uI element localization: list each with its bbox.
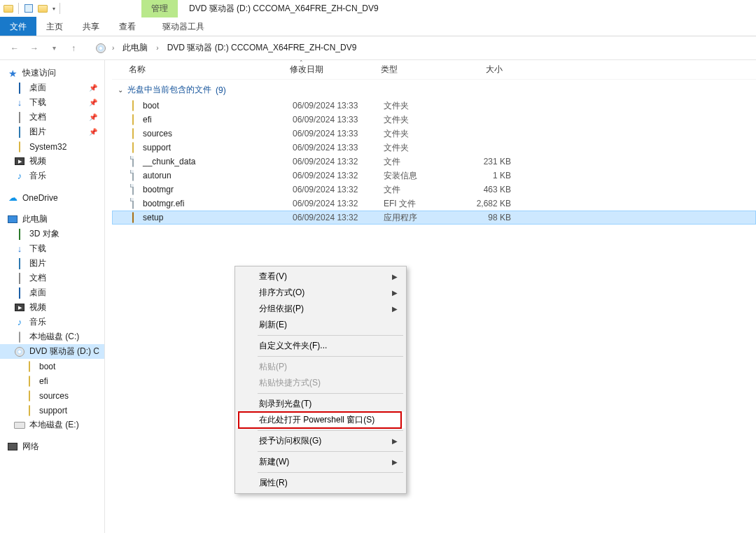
- group-header[interactable]: ⌄ 光盘中当前包含的文件 (9): [112, 80, 756, 99]
- tree-dvd-child[interactable]: boot: [0, 359, 104, 374]
- tree-label: sources: [39, 391, 69, 401]
- tree-dvd-child[interactable]: sources: [0, 388, 104, 403]
- tree-quick-item[interactable]: 文档📌: [0, 110, 104, 125]
- address-bar-icon[interactable]: [95, 43, 106, 54]
- file-row[interactable]: efi06/09/2024 13:33文件夹: [112, 113, 756, 127]
- nav-forward-button[interactable]: →: [27, 41, 42, 56]
- context-menu-label: 查看(V): [259, 271, 287, 283]
- tree-label: 桌面: [29, 287, 46, 299]
- breadcrumb-sep-icon[interactable]: ›: [111, 44, 115, 52]
- file-type: 文件: [378, 184, 455, 196]
- tree-label: boot: [39, 362, 55, 371]
- chevron-right-icon: ▶: [392, 289, 398, 297]
- tree-pc-item[interactable]: 文档: [0, 271, 104, 285]
- context-menu-item[interactable]: 授予访问权限(G)▶: [237, 433, 405, 449]
- file-date: 06/09/2024 13:33: [287, 129, 378, 138]
- context-menu-item[interactable]: 分组依据(P)▶: [237, 301, 405, 317]
- divider: [59, 3, 60, 14]
- group-title: 光盘中当前包含的文件: [127, 84, 211, 96]
- file-type: 安装信息: [378, 170, 455, 182]
- tab-view[interactable]: 查看: [109, 17, 146, 36]
- tree-quick-item[interactable]: ♪音乐: [0, 169, 104, 183]
- tree-onedrive[interactable]: ☁ OneDrive: [0, 190, 104, 205]
- tree-this-pc[interactable]: 此电脑: [0, 212, 104, 227]
- tree-quick-item[interactable]: ↓下载📌: [0, 95, 104, 110]
- file-size: 2,682 KB: [455, 199, 511, 208]
- qat-properties-icon[interactable]: [23, 3, 34, 14]
- tree-pc-item[interactable]: ↓下载: [0, 241, 104, 256]
- tree-pc-item[interactable]: 3D 对象: [0, 227, 104, 241]
- file-row[interactable]: autorun06/09/2024 13:32安装信息1 KB: [112, 169, 756, 183]
- file-list-pane[interactable]: ˄ 名称 修改日期 类型 大小 ⌄ 光盘中当前包含的文件 (9) boot06/…: [105, 60, 756, 533]
- tree-pc-item[interactable]: 本地磁盘 (C:): [0, 329, 104, 344]
- file-icon: [132, 157, 134, 166]
- context-menu-item[interactable]: 排序方式(O)▶: [237, 285, 405, 301]
- pin-icon: 📌: [89, 84, 102, 92]
- tree-quick-item[interactable]: System32: [0, 139, 104, 154]
- tree-quick-access[interactable]: ★ 快速访问: [0, 66, 104, 80]
- tab-share[interactable]: 共享: [73, 17, 109, 36]
- tree-label: 音乐: [29, 170, 46, 182]
- tree-pc-item[interactable]: ♪音乐: [0, 315, 104, 329]
- column-header-type[interactable]: 类型: [375, 61, 452, 78]
- file-row[interactable]: bootmgr.efi06/09/2024 13:32EFI 文件2,682 K…: [112, 197, 756, 211]
- context-menu-separator: [258, 335, 403, 336]
- tree-pc-item[interactable]: 图片: [0, 256, 104, 271]
- breadcrumb-sep-icon[interactable]: ›: [155, 44, 160, 52]
- nav-up-button[interactable]: ↑: [66, 41, 81, 56]
- context-menu-item[interactable]: 属性(R): [237, 475, 405, 491]
- tree-quick-item[interactable]: ▶视频: [0, 154, 104, 169]
- breadcrumb-location[interactable]: DVD 驱动器 (D:) CCCOMA_X64FRE_ZH-CN_DV9: [164, 41, 360, 55]
- file-row[interactable]: support06/09/2024 13:33文件夹: [112, 141, 756, 155]
- context-menu-item[interactable]: 刻录到光盘(T): [237, 396, 405, 412]
- context-menu-item[interactable]: 自定义文件夹(F)...: [237, 338, 405, 354]
- navigation-tree[interactable]: ★ 快速访问 桌面📌↓下载📌文档📌图片📌System32▶视频♪音乐 ☁ One…: [0, 60, 105, 533]
- context-menu-item[interactable]: 新建(W)▶: [237, 454, 405, 470]
- file-date: 06/09/2024 13:32: [287, 213, 378, 222]
- nav-back-button[interactable]: ←: [7, 41, 22, 56]
- column-header-size[interactable]: 大小: [452, 61, 508, 78]
- tree-drive-e[interactable]: 本地磁盘 (E:): [0, 418, 104, 432]
- tree-quick-item[interactable]: 桌面📌: [0, 80, 104, 95]
- file-row[interactable]: bootmgr06/09/2024 13:32文件463 KB: [112, 183, 756, 197]
- title-bar: ▾ 管理 DVD 驱动器 (D:) CCCOMA_X64FRE_ZH-CN_DV…: [0, 0, 756, 17]
- file-type: 文件夹: [378, 128, 455, 140]
- context-menu-item[interactable]: 刷新(E): [237, 317, 405, 333]
- breadcrumb-this-pc[interactable]: 此电脑: [120, 41, 150, 55]
- file-date: 06/09/2024 13:33: [287, 143, 378, 152]
- qat-dropdown-icon[interactable]: ▾: [52, 6, 55, 12]
- column-header-date[interactable]: 修改日期: [284, 61, 375, 78]
- tab-file[interactable]: 文件: [0, 17, 36, 36]
- context-menu-item[interactable]: 在此处打开 Powershell 窗口(S): [237, 412, 405, 428]
- tree-dvd-drive[interactable]: DVD 驱动器 (D:) C: [0, 344, 104, 359]
- file-row[interactable]: boot06/09/2024 13:33文件夹: [112, 99, 756, 113]
- tree-label: 快速访问: [22, 67, 56, 79]
- tab-drive-tools[interactable]: 驱动器工具: [155, 17, 211, 36]
- tree-label: efi: [39, 376, 48, 386]
- file-date: 06/09/2024 13:32: [287, 199, 378, 208]
- column-header-name[interactable]: 名称: [123, 61, 284, 78]
- context-menu-label: 新建(W): [259, 456, 289, 468]
- context-menu-label: 刷新(E): [259, 319, 287, 331]
- tree-label: 音乐: [29, 316, 46, 328]
- nav-history-dropdown[interactable]: ▾: [46, 41, 62, 56]
- file-row[interactable]: __chunk_data06/09/2024 13:32文件231 KB: [112, 155, 756, 169]
- contextual-tab-manage[interactable]: 管理: [141, 0, 178, 17]
- tree-dvd-child[interactable]: efi: [0, 374, 104, 388]
- pin-icon: 📌: [89, 113, 102, 121]
- tree-label: 下载: [29, 97, 46, 108]
- navigation-bar: ← → ▾ ↑ › 此电脑 › DVD 驱动器 (D:) CCCOMA_X64F…: [0, 36, 756, 60]
- file-row[interactable]: sources06/09/2024 13:33文件夹: [112, 127, 756, 141]
- tree-quick-item[interactable]: 图片📌: [0, 125, 104, 139]
- file-date: 06/09/2024 13:33: [287, 115, 378, 125]
- tree-pc-item[interactable]: ▶视频: [0, 300, 104, 315]
- file-row[interactable]: setup06/09/2024 13:32应用程序98 KB: [112, 211, 756, 225]
- context-menu-item[interactable]: 查看(V)▶: [237, 269, 405, 285]
- tree-dvd-child[interactable]: support: [0, 403, 104, 418]
- tree-network[interactable]: 网络: [0, 439, 104, 454]
- video-icon: ▶: [15, 157, 24, 165]
- folder-icon: [29, 362, 30, 371]
- tree-pc-item[interactable]: 桌面: [0, 285, 104, 300]
- tab-home[interactable]: 主页: [36, 17, 73, 36]
- qat-newfolder-icon[interactable]: [37, 3, 48, 14]
